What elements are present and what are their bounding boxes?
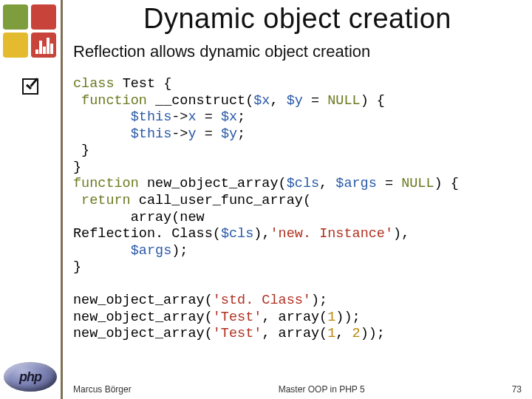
sidebar-top (0, 0, 61, 95)
code-text: )); (361, 326, 385, 341)
code-text: ( (279, 176, 287, 191)
code-text: ); (311, 293, 327, 308)
code-text: , (270, 93, 286, 109)
code-text: new_object_array (73, 310, 205, 325)
code-text (73, 126, 131, 142)
footer-page: 73 (512, 384, 522, 395)
code-kw: return (73, 193, 139, 208)
logo-square-yellow (3, 33, 28, 58)
code-str: 'std. Class' (213, 293, 311, 308)
footer-author: Marcus Börger (73, 384, 132, 395)
footer-center: Master OOP in PHP 5 (132, 384, 512, 395)
code-kw: function (73, 93, 155, 109)
code-text: = (311, 93, 327, 109)
code-text: Class (171, 226, 213, 242)
code-text: ), (393, 226, 409, 242)
code-text: ( (205, 310, 213, 325)
footer: Marcus Börger Master OOP in PHP 5 73 (73, 380, 522, 395)
code-text: } (73, 143, 89, 158)
code-text: } (73, 160, 81, 175)
code-str: 'new. Instance' (270, 226, 394, 242)
code-str: 'Test' (213, 326, 262, 341)
code-str: 'Test' (213, 310, 262, 325)
code-num: 1 (327, 310, 335, 325)
code-text: new_object_array (73, 293, 205, 308)
code-text: call_user_func_array (139, 193, 303, 208)
code-var: $x (253, 93, 270, 109)
code-block: class Test { function __construct($x, $y… (73, 76, 522, 343)
code-text: -> (171, 109, 188, 125)
code-text: , (319, 176, 335, 191)
code-var: $args (335, 176, 385, 191)
php-logo-icon: php (4, 362, 57, 392)
code-text: ( (213, 226, 221, 242)
code-var: $y (287, 93, 311, 109)
bullet-column (3, 78, 58, 95)
code-text: = (205, 109, 221, 125)
check-icon (22, 78, 38, 95)
slide: php Dynamic object creation Reflection a… (0, 0, 532, 399)
code-text: array(new (73, 210, 205, 225)
code-text: = (205, 126, 221, 142)
logo-grid-icon (3, 4, 58, 58)
code-text: new_object_array (147, 176, 279, 191)
code-text: ; (237, 126, 245, 142)
code-text: Test (123, 76, 164, 92)
code-text: ( (205, 293, 213, 308)
code-text: ( (205, 326, 213, 341)
code-var: $args (131, 243, 172, 259)
code-text: { (163, 76, 171, 92)
code-text: } (73, 259, 81, 275)
content-area: Dynamic object creation Reflection allow… (61, 0, 532, 399)
code-text: = (385, 176, 401, 191)
code-text (73, 109, 131, 125)
code-text: . (155, 226, 171, 242)
code-text: ), (253, 226, 270, 242)
php-logo-text: php (19, 369, 41, 385)
code-kw: NULL (401, 176, 434, 191)
code-var: $cls (287, 176, 319, 191)
code-var: $cls (221, 226, 253, 242)
code-text: , array( (262, 310, 327, 325)
code-var: $this (131, 109, 172, 125)
slide-title: Dynamic object creation (73, 3, 522, 35)
code-var: $this (131, 126, 172, 142)
code-kw: NULL (327, 93, 360, 109)
code-text: , (335, 326, 352, 341)
code-text: ( (245, 93, 253, 109)
code-text: -> (171, 126, 188, 142)
code-text: ); (171, 243, 188, 259)
code-text: )); (335, 310, 360, 325)
code-var: x (188, 109, 204, 125)
code-text: new_object_array (73, 326, 205, 341)
logo-square-graph-icon (31, 33, 56, 58)
code-text: , array( (262, 326, 327, 341)
code-var: $x (221, 109, 237, 125)
lead-text: Reflection allows dynamic object creatio… (73, 42, 522, 61)
logo-square-red (31, 4, 56, 30)
code-var: $y (221, 126, 237, 142)
code-text: ( (303, 193, 311, 208)
code-text: ) { (434, 176, 459, 191)
code-var: y (188, 126, 204, 142)
sidebar-bottom: php (0, 362, 61, 399)
code-text (73, 243, 131, 259)
code-text: __construct (155, 93, 245, 109)
code-text: ) { (361, 93, 385, 109)
code-num: 1 (327, 326, 335, 341)
code-text: Reflection (73, 226, 155, 242)
code-text: ; (237, 109, 245, 125)
sidebar: php (0, 0, 61, 399)
code-kw: function (73, 176, 147, 191)
code-num: 2 (352, 326, 361, 341)
code-kw: class (73, 76, 123, 92)
logo-square-green (3, 4, 28, 30)
